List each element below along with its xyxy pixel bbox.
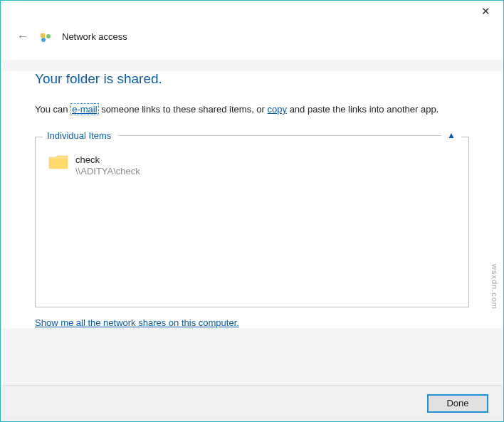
window-title: Network access: [62, 31, 127, 42]
svg-rect-0: [41, 33, 45, 38]
network-access-icon: [39, 31, 52, 43]
back-arrow-icon: ←: [16, 29, 29, 44]
done-button[interactable]: Done: [427, 394, 488, 413]
desc-middle: someone links to these shared items, or: [99, 104, 268, 115]
collapse-chevron-icon[interactable]: ▲: [446, 130, 457, 140]
shared-item-row[interactable]: check \\ADITYA\check: [36, 137, 468, 179]
folder-icon: [48, 154, 68, 170]
page-heading: Your folder is shared.: [35, 71, 469, 87]
header: ← Network access: [1, 22, 503, 60]
email-link[interactable]: e-mail: [70, 103, 98, 115]
desc-prefix: You can: [35, 104, 70, 115]
footer-bar: Done: [1, 385, 503, 421]
item-name: check: [75, 154, 140, 167]
group-title: Individual Items: [47, 130, 114, 141]
desc-suffix: and paste the links into another app.: [287, 104, 439, 115]
copy-link[interactable]: copy: [268, 104, 287, 115]
individual-items-group: Individual Items ▲ check \\ADITYA\check: [35, 137, 469, 307]
close-icon[interactable]: ✕: [481, 5, 490, 18]
description-text: You can e-mail someone links to these sh…: [35, 102, 469, 117]
item-path: \\ADITYA\check: [75, 166, 140, 178]
all-shares-link[interactable]: Show me all the network shares on this c…: [35, 317, 239, 328]
svg-point-1: [41, 38, 46, 42]
svg-point-2: [46, 34, 51, 38]
content-area: Your folder is shared. You can e-mail so…: [1, 71, 503, 328]
watermark: wsxdn.com: [490, 264, 499, 310]
group-divider: [118, 135, 441, 136]
